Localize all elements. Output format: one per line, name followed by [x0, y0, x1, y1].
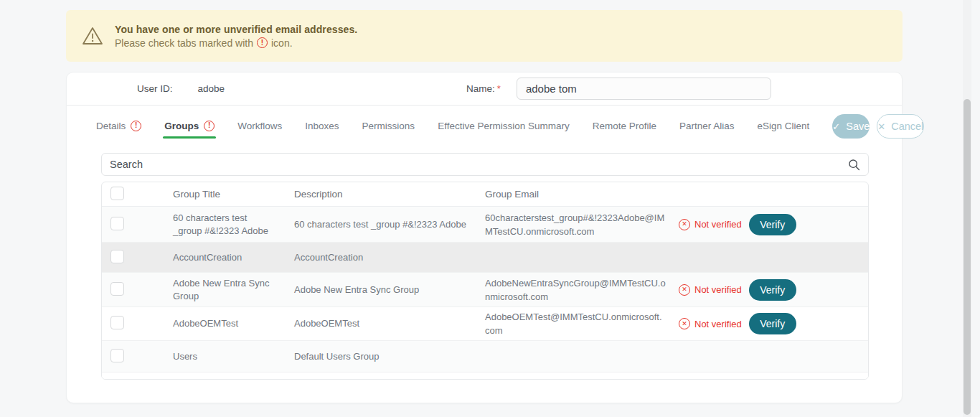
tab-permissions-label: Permissions [362, 121, 415, 131]
row-checkbox[interactable] [110, 250, 124, 263]
select-all-checkbox[interactable] [110, 187, 124, 200]
column-header-description: Description [294, 185, 485, 204]
table-row: Adobe New Entra Sync Group Adobe New Ent… [102, 273, 868, 307]
row-checkbox[interactable] [110, 349, 124, 362]
verification-status-cell: ✕ Not verified Verify [679, 214, 868, 235]
not-verified-icon: ✕ [679, 318, 690, 329]
vertical-scrollbar-track[interactable] [963, 0, 971, 417]
banner-text: You have one or more unverified email ad… [115, 24, 357, 49]
table-header-row: Group Title Description Group Email [102, 182, 868, 207]
verification-status-cell: ✕ Not verified Verify [679, 279, 868, 301]
banner-subtitle-prefix: Please check tabs marked with [115, 37, 253, 49]
warning-triangle-icon [82, 26, 103, 46]
verification-status-cell: ✕ Not verified Verify [679, 313, 868, 334]
verify-button[interactable]: Verify [749, 279, 796, 301]
not-verified-label: Not verified [694, 284, 742, 295]
group-description-cell: AccountCreation [294, 248, 485, 267]
save-button[interactable]: ✓ Save [832, 114, 870, 139]
search-icon[interactable] [848, 159, 860, 171]
table-row: AdobeOEMTest AdobeOEMTest AdobeOEMTest@I… [102, 307, 868, 341]
name-input[interactable] [517, 78, 771, 100]
tab-effective-permission-summary-label: Effective Permission Summary [438, 121, 570, 131]
banner-subtitle-suffix: icon. [271, 37, 293, 49]
row-checkbox[interactable] [110, 282, 124, 296]
search-input[interactable] [102, 159, 868, 170]
tab-partner-alias[interactable]: Partner Alias [679, 108, 735, 146]
column-header-group-email: Group Email [485, 184, 679, 204]
tab-remote-profile[interactable]: Remote Profile [593, 108, 656, 146]
group-title-cell: Users [169, 347, 294, 366]
cancel-button-label: Cancel [891, 121, 923, 132]
page: You have one or more unverified email ad… [0, 0, 971, 417]
unverified-email-warning-banner: You have one or more unverified email ad… [66, 10, 903, 62]
tab-groups-label: Groups [164, 121, 199, 131]
groups-table: Group Title Description Group Email 60 c… [101, 182, 869, 380]
tab-details-alert-icon: ! [131, 121, 141, 131]
not-verified-icon: ✕ [679, 219, 690, 230]
name-label: Name: [466, 83, 495, 94]
save-button-label: Save [846, 121, 870, 132]
user-identity-row: User ID: adobe Name: * [67, 72, 902, 105]
vertical-scrollbar-thumb[interactable] [963, 99, 971, 415]
tab-workflows[interactable]: Workflows [237, 108, 282, 146]
user-id-label: User ID: [137, 83, 173, 94]
tab-inboxes[interactable]: Inboxes [305, 108, 339, 146]
tab-remote-profile-label: Remote Profile [593, 121, 656, 131]
table-row: 60 characters test _group #&!2323 Adobe … [102, 207, 868, 243]
group-title-cell: AccountCreation [169, 248, 294, 267]
tab-details[interactable]: Details ! [96, 108, 141, 146]
column-header-group-title: Group Title [169, 185, 294, 204]
user-id-value: adobe [198, 83, 225, 94]
group-title-cell: Adobe New Entra Sync Group [169, 274, 294, 306]
tab-permissions[interactable]: Permissions [362, 108, 415, 146]
check-icon: ✓ [832, 122, 840, 131]
group-search-box [101, 153, 869, 176]
table-footer [102, 373, 868, 379]
verify-button[interactable]: Verify [749, 214, 796, 235]
group-title-cell: 60 characters test _group #&!2323 Adobe [169, 209, 294, 240]
group-email-cell: AdobeOEMTest@IMMTestCU.onmicrosoft.com [485, 307, 679, 340]
not-verified-label: Not verified [694, 319, 742, 329]
tab-esign-client-label: eSign Client [758, 121, 810, 131]
cancel-button[interactable]: ✕ Cancel [877, 114, 924, 139]
tab-partner-alias-label: Partner Alias [679, 121, 735, 131]
not-verified-badge: ✕ Not verified [679, 318, 742, 329]
group-email-cell: AdobeNewEntraSyncGroup@IMMTestCU.onmicro… [485, 273, 679, 306]
close-icon: ✕ [877, 122, 885, 131]
group-email-cell [485, 255, 679, 261]
not-verified-badge: ✕ Not verified [679, 284, 742, 296]
not-verified-badge: ✕ Not verified [679, 219, 742, 230]
row-checkbox[interactable] [110, 217, 124, 230]
group-description-cell: Adobe New Entra Sync Group [294, 281, 485, 299]
group-title-cell: AdobeOEMTest [169, 314, 294, 333]
not-verified-label: Not verified [694, 219, 742, 230]
tab-inboxes-label: Inboxes [305, 121, 339, 131]
table-row: AccountCreation AccountCreation [102, 243, 868, 273]
tab-groups[interactable]: Groups ! [164, 108, 215, 146]
banner-title: You have one or more unverified email ad… [115, 24, 357, 35]
group-email-cell [485, 354, 679, 360]
required-asterisk: * [497, 83, 501, 94]
tab-effective-permission-summary[interactable]: Effective Permission Summary [438, 108, 570, 146]
group-description-cell: AdobeOEMTest [294, 314, 485, 333]
tab-bar: Details ! Groups ! Workflows Inboxes Per… [67, 106, 902, 147]
verify-button[interactable]: Verify [749, 313, 796, 334]
group-description-cell: Default Users Group [294, 347, 485, 366]
tab-details-label: Details [96, 121, 126, 131]
row-checkbox[interactable] [110, 316, 124, 329]
group-description-cell: 60 characters test _group #&!2323 Adobe [294, 215, 485, 234]
alert-exclamation-icon: ! [257, 37, 268, 48]
banner-subtitle: Please check tabs marked with ! icon. [115, 37, 357, 49]
user-detail-card: User ID: adobe Name: * Details ! Groups … [66, 72, 903, 403]
tab-workflows-label: Workflows [237, 121, 282, 131]
tab-groups-alert-icon: ! [204, 121, 215, 131]
tab-esign-client[interactable]: eSign Client [758, 108, 810, 146]
not-verified-icon: ✕ [679, 284, 690, 296]
group-email-cell: 60characterstest_group#&!2323Adobe@IMMTe… [485, 208, 679, 241]
groups-tab-content: Group Title Description Group Email 60 c… [67, 147, 902, 380]
table-row: Users Default Users Group [102, 341, 868, 373]
